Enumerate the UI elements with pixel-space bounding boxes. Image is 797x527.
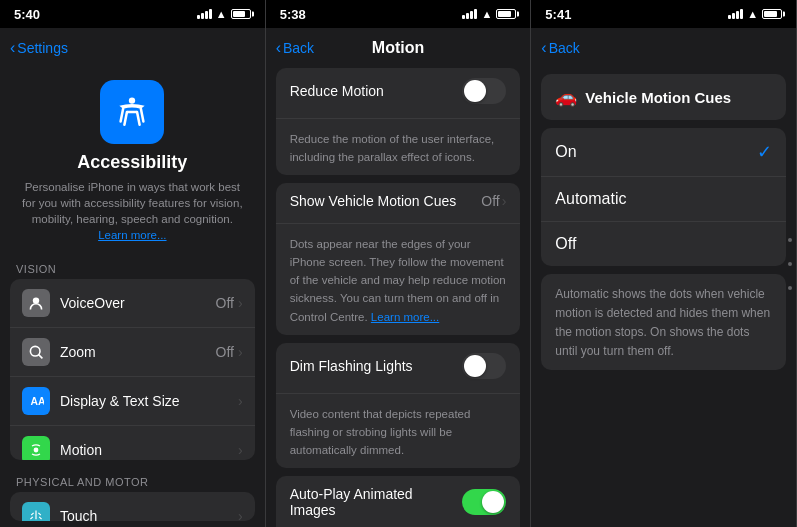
option-on-label: On bbox=[555, 143, 576, 161]
dim-flashing-label: Dim Flashing Lights bbox=[290, 358, 413, 374]
panel-accessibility: 5:40 ▲ ‹ Settings bbox=[0, 0, 266, 527]
app-description: Personalise iPhone in ways that work bes… bbox=[20, 179, 245, 243]
wifi-icon-2: ▲ bbox=[481, 8, 492, 20]
battery-icon-3 bbox=[762, 9, 782, 19]
back-chevron-3: ‹ bbox=[541, 39, 546, 57]
vehicle-motion-label: Show Vehicle Motion Cues bbox=[290, 193, 457, 209]
learn-more-link[interactable]: Learn more... bbox=[98, 229, 166, 241]
toggle-knob bbox=[464, 355, 486, 377]
zoom-value: Off bbox=[216, 344, 234, 360]
option-desc: Automatic shows the dots when vehicle mo… bbox=[555, 287, 770, 358]
signal-icon-2 bbox=[462, 9, 477, 19]
svg-line-3 bbox=[38, 355, 42, 359]
nav-header-3: ‹ Back bbox=[531, 28, 796, 68]
popup-title: Vehicle Motion Cues bbox=[585, 89, 731, 106]
toggle-knob bbox=[464, 80, 486, 102]
app-title: Accessibility bbox=[77, 152, 187, 173]
touch-icon bbox=[22, 502, 50, 522]
reduce-motion-desc: Reduce the motion of the user interface,… bbox=[290, 133, 495, 163]
dim-flashing-desc-row: Video content that depicts repeated flas… bbox=[276, 394, 521, 468]
zoom-icon bbox=[22, 338, 50, 366]
back-button-1[interactable]: ‹ Settings bbox=[10, 39, 68, 57]
display-icon: AA bbox=[22, 387, 50, 415]
voiceover-value: Off bbox=[216, 295, 234, 311]
status-icons-1: ▲ bbox=[197, 8, 251, 20]
panel-motion: 5:38 ▲ ‹ Back Motion Reduce Motion bbox=[266, 0, 532, 527]
list-item-zoom[interactable]: Zoom Off › bbox=[10, 328, 255, 377]
wifi-icon-3: ▲ bbox=[747, 8, 758, 20]
dim-flashing-desc: Video content that depicts repeated flas… bbox=[290, 408, 471, 456]
signal-icon-1 bbox=[197, 9, 212, 19]
battery-icon-2 bbox=[496, 9, 516, 19]
scroll-dot bbox=[788, 238, 792, 242]
vision-list-group: VoiceOver Off › Zoom Off › AA Display & … bbox=[10, 279, 255, 459]
status-icons-3: ▲ bbox=[728, 8, 782, 20]
option-desc-box: Automatic shows the dots when vehicle mo… bbox=[541, 274, 786, 370]
scroll-dot bbox=[788, 286, 792, 290]
vehicle-motion-group: Show Vehicle Motion Cues Off › Dots appe… bbox=[276, 183, 521, 334]
autoplay-images-row: Auto-Play Animated Images bbox=[276, 476, 521, 527]
options-group: On ✓ Automatic Off bbox=[541, 128, 786, 266]
app-icon-wrap bbox=[100, 80, 164, 144]
dim-flashing-toggle[interactable] bbox=[462, 353, 506, 379]
motion-label: Motion bbox=[60, 442, 238, 458]
physical-section-label: PHYSICAL AND MOTOR bbox=[0, 466, 265, 492]
zoom-label: Zoom bbox=[60, 344, 216, 360]
list-item-touch[interactable]: Touch › bbox=[10, 492, 255, 522]
zoom-chevron: › bbox=[238, 344, 243, 360]
dim-flashing-group: Dim Flashing Lights Video content that d… bbox=[276, 343, 521, 468]
vehicle-motion-value: Off bbox=[481, 193, 499, 209]
panel-vehicle-cues: 5:41 ▲ ‹ Back 🚗 Vehicle Motion Cues On bbox=[531, 0, 797, 527]
toggle-knob bbox=[482, 491, 504, 513]
voiceover-icon bbox=[22, 289, 50, 317]
display-chevron: › bbox=[238, 393, 243, 409]
vehicle-motion-chevron: › bbox=[502, 193, 507, 209]
list-item-voiceover[interactable]: VoiceOver Off › bbox=[10, 279, 255, 328]
svg-point-0 bbox=[129, 97, 135, 103]
motion-nav-title: Motion bbox=[372, 39, 424, 57]
option-on[interactable]: On ✓ bbox=[541, 128, 786, 177]
voiceover-label: VoiceOver bbox=[60, 295, 216, 311]
status-icons-2: ▲ bbox=[462, 8, 516, 20]
option-on-check: ✓ bbox=[757, 141, 772, 163]
vehicle-learn-more[interactable]: Learn more... bbox=[371, 311, 439, 323]
option-off-label: Off bbox=[555, 235, 576, 253]
vehicle-motion-off-badge: Off › bbox=[481, 193, 506, 209]
autoplay-images-toggle[interactable] bbox=[462, 489, 506, 515]
touch-label: Touch bbox=[60, 508, 238, 522]
back-label-1: Settings bbox=[17, 40, 68, 56]
popup-header: 🚗 Vehicle Motion Cues bbox=[541, 74, 786, 120]
autoplay-group: Auto-Play Animated Images Auto-Play Vide… bbox=[276, 476, 521, 527]
scroll-dots bbox=[788, 238, 792, 290]
vision-section-label: VISION bbox=[0, 253, 265, 279]
svg-point-5 bbox=[34, 448, 39, 453]
physical-list-group: Touch › bbox=[10, 492, 255, 522]
autoplay-images-label: Auto-Play Animated Images bbox=[290, 486, 463, 518]
motion-chevron: › bbox=[238, 442, 243, 458]
back-button-2[interactable]: ‹ Back bbox=[276, 39, 314, 57]
reduce-motion-toggle[interactable] bbox=[462, 78, 506, 104]
status-time-2: 5:38 bbox=[280, 7, 306, 22]
status-time-1: 5:40 bbox=[14, 7, 40, 22]
option-automatic-label: Automatic bbox=[555, 190, 626, 208]
back-button-3[interactable]: ‹ Back bbox=[541, 39, 579, 57]
status-time-3: 5:41 bbox=[545, 7, 571, 22]
signal-icon-3 bbox=[728, 9, 743, 19]
status-bar-3: 5:41 ▲ bbox=[531, 0, 796, 28]
list-item-display[interactable]: AA Display & Text Size › bbox=[10, 377, 255, 426]
option-off[interactable]: Off bbox=[541, 222, 786, 266]
list-item-motion[interactable]: Motion › bbox=[10, 426, 255, 459]
svg-point-1 bbox=[33, 298, 39, 304]
scroll-dot bbox=[788, 262, 792, 266]
motion-icon bbox=[22, 436, 50, 459]
option-automatic[interactable]: Automatic bbox=[541, 177, 786, 222]
nav-header-2: ‹ Back Motion bbox=[266, 28, 531, 68]
app-header: Accessibility Personalise iPhone in ways… bbox=[0, 68, 265, 253]
wifi-icon-1: ▲ bbox=[216, 8, 227, 20]
reduce-motion-group: Reduce Motion Reduce the motion of the u… bbox=[276, 68, 521, 175]
dim-flashing-row: Dim Flashing Lights bbox=[276, 343, 521, 394]
motion-scroll-area: Reduce Motion Reduce the motion of the u… bbox=[266, 68, 531, 527]
vehicle-motion-desc-row: Dots appear near the edges of your iPhon… bbox=[276, 224, 521, 334]
reduce-motion-desc-row: Reduce the motion of the user interface,… bbox=[276, 119, 521, 175]
vehicle-motion-row[interactable]: Show Vehicle Motion Cues Off › bbox=[276, 183, 521, 224]
